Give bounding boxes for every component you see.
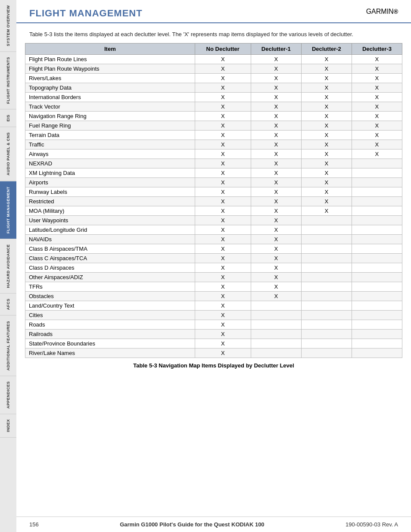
table-cell-value: X	[352, 149, 402, 159]
table-cell-item: TFRs	[25, 282, 195, 291]
table-row: ObstaclesXX	[25, 291, 402, 301]
table-cell-value: X	[352, 54, 402, 64]
table-cell-value: X	[352, 102, 402, 111]
table-cell-value: X	[352, 121, 402, 130]
table-cell-item: Flight Plan Route Lines	[25, 54, 195, 64]
table-cell-item: Flight Plan Route Waypoints	[25, 64, 195, 73]
table-cell-value: X	[195, 121, 251, 130]
table-row: Fuel Range RingXXXX	[25, 121, 402, 130]
table-cell-value: X	[352, 64, 402, 73]
table-cell-value: X	[195, 64, 251, 73]
col-declutter-1: Declutter-1	[251, 43, 301, 54]
table-cell-value: X	[195, 111, 251, 121]
table-cell-item: Track Vector	[25, 102, 195, 111]
table-row: Rivers/LakesXXXX	[25, 73, 402, 83]
page-title: FLIGHT MANAGEMENT	[29, 8, 143, 19]
page-footer: 156 Garmin G1000 Pilot's Guide for the Q…	[16, 516, 411, 532]
table-cell-value: X	[352, 83, 402, 92]
table-cell-item: Airways	[25, 149, 195, 159]
table-cell-value: X	[301, 206, 352, 215]
table-cell-item: State/Province Boundaries	[25, 339, 195, 348]
table-cell-value: X	[301, 187, 352, 196]
table-cell-value: X	[301, 64, 352, 73]
table-cell-value: X	[251, 54, 301, 64]
table-cell-value	[301, 310, 352, 320]
sidebar-item-appendices[interactable]: APPENDICES	[0, 376, 16, 414]
table-cell-value: X	[251, 272, 301, 282]
sidebar-item-eis[interactable]: EIS	[0, 109, 16, 127]
table-cell-value: X	[301, 92, 352, 102]
table-cell-value: X	[195, 320, 251, 329]
sidebar-item-afcs[interactable]: AFCS	[0, 293, 16, 316]
table-cell-value: X	[251, 206, 301, 215]
table-cell-value: X	[195, 263, 251, 272]
table-row: RestrictedXXX	[25, 196, 402, 206]
table-cell-value: X	[301, 121, 352, 130]
table-header-row: Item No Declutter Declutter-1 Declutter-…	[25, 43, 402, 54]
table-cell-value: X	[195, 244, 251, 253]
sidebar-item-audio-panel-cns[interactable]: AUDIO PANEL & CNS	[0, 127, 16, 181]
table-cell-value: X	[195, 168, 251, 177]
table-cell-value: X	[301, 140, 352, 149]
table-cell-value: X	[195, 272, 251, 282]
table-cell-value: X	[251, 282, 301, 291]
table-cell-value: X	[195, 196, 251, 206]
table-row: Flight Plan Route LinesXXXX	[25, 54, 402, 64]
table-row: Class C Airspaces/TCAXX	[25, 253, 402, 263]
table-cell-value: X	[352, 73, 402, 83]
table-row: Terrain DataXXXX	[25, 130, 402, 140]
table-cell-value: X	[195, 310, 251, 320]
table-cell-value: X	[195, 253, 251, 263]
garmin-logo-text: GARMIN	[366, 8, 394, 16]
table-row: RoadsX	[25, 320, 402, 329]
garmin-registered: ®	[394, 8, 398, 15]
table-cell-item: River/Lake Names	[25, 348, 195, 358]
table-cell-value: X	[195, 187, 251, 196]
table-cell-item: Cities	[25, 310, 195, 320]
sidebar-item-index[interactable]: INDEX	[0, 414, 16, 438]
table-cell-value: X	[251, 121, 301, 130]
sidebar-item-flight-instruments[interactable]: FLIGHT INSTRUMENTS	[0, 52, 16, 109]
table-row: Navigation Range RingXXXX	[25, 111, 402, 121]
sidebar-item-additional-features[interactable]: ADDITIONAL FEATURES	[0, 316, 16, 376]
table-cell-value: X	[251, 102, 301, 111]
sidebar-item-flight-management[interactable]: FLIGHT MANAGEMENT	[0, 181, 16, 239]
table-cell-value: X	[251, 196, 301, 206]
table-row: Class D AirspacesXX	[25, 263, 402, 272]
table-cell-value: X	[251, 291, 301, 301]
table-row: Class B Airspaces/TMAXX	[25, 244, 402, 253]
sidebar-item-hazard-avoidance[interactable]: HAZARD AVOIDANCE	[0, 239, 16, 294]
table-cell-value: X	[195, 329, 251, 339]
table-cell-value	[301, 301, 352, 310]
table-cell-item: Traffic	[25, 140, 195, 149]
table-cell-value: X	[352, 140, 402, 149]
table-container: Item No Declutter Declutter-1 Declutter-…	[16, 43, 411, 377]
sidebar-item-system-overview[interactable]: SYSTEM OVERVIEW	[0, 0, 16, 52]
table-cell-value: X	[352, 130, 402, 140]
table-cell-value	[352, 253, 402, 263]
table-row: TrafficXXXX	[25, 140, 402, 149]
table-cell-item: Airports	[25, 177, 195, 187]
table-row: XM Lightning DataXXX	[25, 168, 402, 177]
table-cell-value: X	[301, 177, 352, 187]
table-row: RailroadsX	[25, 329, 402, 339]
table-cell-item: International Borders	[25, 92, 195, 102]
table-cell-value: X	[195, 83, 251, 92]
table-cell-value: X	[195, 291, 251, 301]
table-cell-value	[251, 320, 301, 329]
table-cell-value: X	[301, 149, 352, 159]
footer-title: Garmin G1000 Pilot's Guide for the Quest…	[120, 521, 264, 528]
table-cell-value: X	[195, 339, 251, 348]
footer-doc-number: 190-00590-03 Rev. A	[346, 521, 398, 528]
col-no-declutter: No Declutter	[195, 43, 251, 54]
table-cell-value: X	[251, 263, 301, 272]
garmin-logo: GARMIN®	[366, 8, 398, 16]
table-cell-value: X	[251, 111, 301, 121]
table-cell-item: Railroads	[25, 329, 195, 339]
table-cell-value: X	[301, 73, 352, 83]
table-cell-value: X	[352, 111, 402, 121]
table-row: International BordersXXXX	[25, 92, 402, 102]
table-cell-item: Roads	[25, 320, 195, 329]
table-row: Other Airspaces/ADIZXX	[25, 272, 402, 282]
table-cell-value: X	[251, 73, 301, 83]
